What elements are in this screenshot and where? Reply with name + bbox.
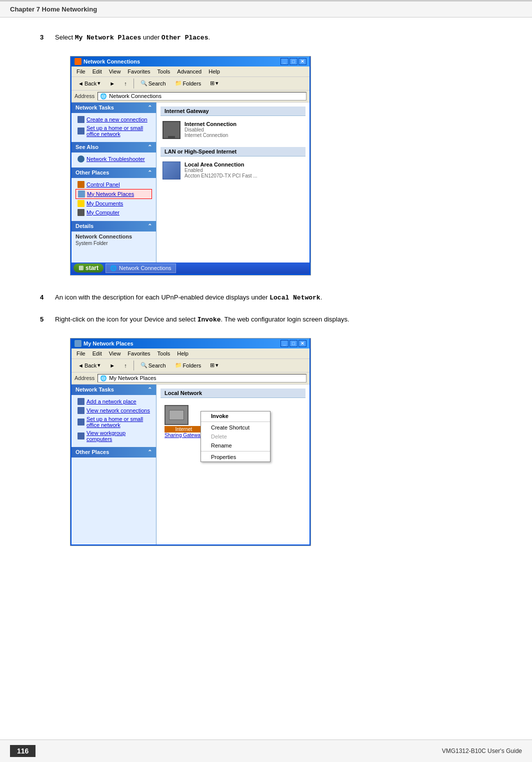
menu-file-2[interactable]: File [74,350,88,358]
network-tasks-section-2: Network Tasks ⌃ Add a network place [72,384,156,445]
menu-view-1[interactable]: View [106,68,124,76]
sidebar-item-troubleshooter[interactable]: Network Troubleshooter [76,154,152,164]
address-text-1: Network Connections [109,93,162,99]
step-4-number: 4 [40,294,55,301]
other-places-content: Control Panel My Network Places My Docum… [72,178,156,219]
details-title-1: Network Connections [76,234,152,240]
up-button-1[interactable]: ↑ [120,79,130,88]
setup-home-icon [78,418,84,426]
add-network-place-label: Add a network place [86,398,136,404]
internet-conn-icon [162,121,180,139]
taskbar-item-network[interactable]: 🌐 Network Connections [106,264,176,273]
menu-tools-1[interactable]: Tools [154,68,174,76]
titlebar-title-1: Network Connections [84,58,140,64]
search-button-1[interactable]: 🔍 Search [137,78,170,88]
sidebar-item-add-network-place[interactable]: Add a network place [76,397,152,406]
see-also-collapse[interactable]: ⌃ [148,144,152,150]
menu-favorites-2[interactable]: Favorites [124,350,153,358]
context-menu-item-properties[interactable]: Properties [201,452,270,462]
other-places-collapse-2[interactable]: ⌃ [148,449,152,456]
search-button-2[interactable]: 🔍 Search [137,360,170,370]
sidebar-item-view-connections[interactable]: View network connections [76,406,152,415]
back-label-2: Back [84,362,96,368]
other-places-collapse[interactable]: ⌃ [148,170,152,176]
sidebar-item-my-documents[interactable]: My Documents [76,199,152,208]
address-folder-icon-1: 🌐 [100,93,107,100]
forward-button-2[interactable]: ► [106,361,118,370]
gateway-screen [169,410,184,420]
view-icon-1: ⊞ [210,80,214,86]
up-button-2[interactable]: ↑ [120,361,130,370]
sharing-gateway-label[interactable]: Sharing Gateway [164,432,203,438]
forward-button-1[interactable]: ► [106,79,118,88]
step-3-bold2: Other Places [162,34,208,42]
menu-favorites-1[interactable]: Favorites [124,68,153,76]
step-3-row: 3 Select My Network Places under Other P… [40,32,502,43]
view-button-2[interactable]: ⊞ ▾ [206,360,222,370]
network-tasks-content: Create a new connection Set up a home or… [72,113,156,140]
step-4-text: An icon with the description for each UP… [55,292,502,303]
address-input-1[interactable]: 🌐 Network Connections [98,92,306,100]
menu-view-2[interactable]: View [106,350,124,358]
folders-button-2[interactable]: 📁 Folders [172,360,205,370]
sidebar-item-setup-home[interactable]: Set up a home or small office network [76,415,152,429]
step-4-row: 4 An icon with the description for each … [40,292,502,303]
close-btn-1[interactable]: ✕ [298,58,306,65]
sidebar-item-workgroup[interactable]: View workgroup computers [76,429,152,443]
view-icon-2: ⊞ [210,362,214,368]
screenshot1-wrapper: Network Connections _ □ ✕ File Edit View… [55,51,502,280]
lan-conn-icon [162,162,180,180]
titlebar-title-2: My Network Places [84,340,134,346]
internet-conn-name: Internet Connection [184,121,236,127]
menu-tools-2[interactable]: Tools [154,350,174,358]
menu-advanced-1[interactable]: Advanced [174,68,204,76]
step-5-row: 5 Right-click on the icon for your Devic… [40,314,502,325]
titlebar-icon-1 [74,58,82,65]
setup-home-label: Set up a home or small office network [86,416,150,428]
troubleshooter-label: Network Troubleshooter [86,156,145,162]
setup-network-icon [78,128,84,134]
back-button-2[interactable]: ◄ Back ▾ [74,360,104,370]
menu-edit-2[interactable]: Edit [90,350,105,358]
network-tasks-collapse-2[interactable]: ⌃ [148,386,152,393]
back-button-1[interactable]: ◄ Back ▾ [74,78,104,88]
start-button-1[interactable]: ⊞ start [74,264,104,272]
folders-icon-2: 📁 [175,362,182,368]
main-content-1: Internet Gateway Internet Connection Dis… [156,102,310,262]
main-content-2: Local Network Internet Sharing Gateway [156,384,310,544]
context-menu-item-rename[interactable]: Rename [201,441,270,450]
sidebar-item-new-connection[interactable]: Create a new connection [76,115,152,124]
window-body-1: Network Tasks ⌃ Create a new connection [72,102,310,262]
back-arrow-icon-2: ◄ [78,362,84,368]
menu-help-2[interactable]: Help [174,350,192,358]
menu-file-1[interactable]: File [74,68,88,76]
folders-button-1[interactable]: 📁 Folders [172,78,205,88]
step-5-number: 5 [40,316,55,323]
context-menu-item-create-shortcut[interactable]: Create Shortcut [201,423,270,432]
minimize-btn-1[interactable]: _ [280,58,288,65]
new-connection-icon [78,116,84,123]
context-menu-item-invoke[interactable]: Invoke [201,412,270,420]
details-collapse-1[interactable]: ⌃ [148,223,152,230]
sidebar-item-control-panel[interactable]: Control Panel [76,180,152,189]
step-5-container: 5 Right-click on the icon for your Devic… [40,314,502,551]
minimize-btn-2[interactable]: _ [280,340,288,347]
titlebar-buttons-2: _ □ ✕ [280,340,306,347]
step-3-bold1: My Network Places [75,34,142,42]
network-tasks-collapse[interactable]: ⌃ [148,104,152,111]
toolbar-sep-2 [134,360,134,370]
maximize-btn-1[interactable]: □ [290,58,298,65]
view-button-1[interactable]: ⊞ ▾ [206,78,222,88]
sidebar-item-setup-network[interactable]: Set up a home or small office network [76,124,152,138]
internet-conn-desc: Internet Connection [184,132,236,138]
menu-edit-1[interactable]: Edit [90,68,105,76]
step-5-bold: Invoke [198,316,221,324]
address-input-2[interactable]: 🌐 My Network Places [98,374,306,382]
context-menu: Invoke Create Shortcut Delete Rename Pro… [200,411,270,462]
close-btn-2[interactable]: ✕ [298,340,306,347]
sidebar-item-my-network-places[interactable]: My Network Places [76,189,152,199]
menu-help-1[interactable]: Help [206,68,223,76]
sidebar-item-my-computer[interactable]: My Computer [76,208,152,217]
page-content: 3 Select My Network Places under Other P… [0,18,532,578]
maximize-btn-2[interactable]: □ [290,340,298,347]
